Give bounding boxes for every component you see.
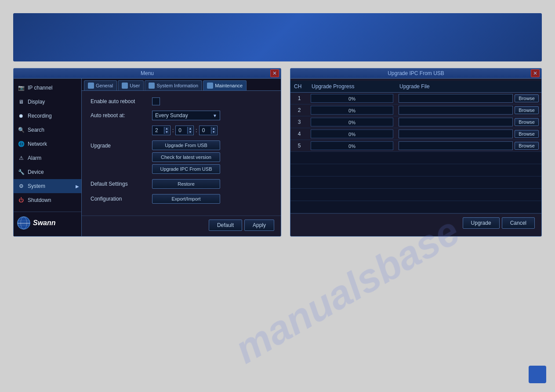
hour-up-button[interactable]: ▲	[164, 127, 169, 130]
file-input-container: Browse	[399, 118, 539, 126]
file-input-field[interactable]	[399, 106, 513, 115]
export-import-button[interactable]: Export/Import	[152, 194, 220, 204]
sidebar: 📷 IP channel 🖥 Display ⏺ Recording 🔍 Sea…	[14, 79, 82, 236]
second-value: 0	[202, 127, 205, 133]
alarm-icon: ⚠	[17, 154, 25, 162]
file-input-field[interactable]	[399, 129, 513, 138]
browse-button[interactable]: Browse	[515, 142, 539, 150]
ch-cell: 2	[290, 104, 308, 116]
second-spinbox[interactable]: 0 ▲ ▼	[199, 126, 218, 135]
check-latest-button[interactable]: Check for latest version	[152, 152, 220, 162]
search-icon: 🔍	[17, 126, 25, 134]
default-settings-row: Default Settings Restore	[91, 179, 272, 189]
file-input-container: Browse	[399, 94, 539, 103]
tab-system-information[interactable]: System Information	[145, 80, 202, 90]
table-row: 20%Browse	[290, 104, 541, 116]
empty-cell	[308, 152, 396, 164]
file-input-container: Browse	[399, 141, 539, 150]
restore-button[interactable]: Restore	[152, 179, 220, 189]
browse-button[interactable]: Browse	[515, 118, 539, 126]
file-input-field[interactable]	[399, 94, 513, 103]
sidebar-item-label: Display	[28, 99, 45, 105]
auto-reboot-at-row: Auto reboot at: Every Sunday ▼	[91, 111, 272, 120]
minute-spinbox[interactable]: 0 ▲ ▼	[175, 126, 194, 135]
hour-spinbox[interactable]: 2 ▲ ▼	[152, 126, 170, 135]
sidebar-item-display[interactable]: 🖥 Display	[14, 95, 81, 109]
upgrade-ipc-from-usb-button[interactable]: Upgrade IPC From USB	[152, 164, 220, 174]
upgrade-panel: Upgrade IPC From USB ✕ CH Upgrade Progre…	[290, 68, 542, 237]
general-tab-icon	[88, 83, 94, 89]
sidebar-item-recording[interactable]: ⏺ Recording	[14, 109, 81, 123]
menu-title-bar: Menu ✕	[14, 68, 281, 79]
file-cell: Browse	[396, 128, 541, 140]
empty-cell	[290, 164, 308, 176]
menu-close-button[interactable]: ✕	[270, 69, 279, 77]
progress-cell: 0%	[308, 104, 396, 116]
progress-bar-container: 0%	[311, 129, 393, 138]
sidebar-item-system[interactable]: ⚙ System ▶	[14, 179, 81, 193]
browse-button[interactable]: Browse	[515, 94, 539, 102]
minute-up-button[interactable]: ▲	[187, 127, 192, 130]
device-icon: 🔧	[17, 168, 25, 176]
ch-header: CH	[290, 81, 308, 93]
sidebar-item-label: Alarm	[28, 155, 41, 161]
empty-cell	[396, 152, 541, 164]
second-down-button[interactable]: ▼	[211, 130, 216, 134]
sidebar-item-shutdown[interactable]: ⏻ Shutdown	[14, 193, 81, 207]
sidebar-item-ip-channel[interactable]: 📷 IP channel	[14, 81, 81, 95]
default-settings-label: Default Settings	[91, 181, 148, 187]
dropdown-value: Every Sunday	[155, 112, 188, 119]
tab-maintenance[interactable]: Maintenance	[203, 80, 247, 90]
minute-value: 0	[178, 127, 181, 133]
swann-globe-icon	[17, 216, 30, 230]
upgrade-title: Upgrade IPC From USB	[388, 70, 444, 76]
upgrade-buttons-group: Upgrade From USB Check for latest versio…	[152, 140, 220, 174]
file-input-field[interactable]	[399, 118, 513, 126]
table-row: 40%Browse	[290, 128, 541, 140]
apply-button[interactable]: Apply	[244, 219, 274, 231]
tab-user[interactable]: User	[118, 80, 144, 90]
progress-cell: 0%	[308, 116, 396, 128]
hour-down-button[interactable]: ▼	[164, 130, 169, 134]
svg-point-0	[18, 217, 30, 229]
auto-reboot-checkbox[interactable]	[152, 97, 160, 105]
upgrade-label: Upgrade	[91, 143, 148, 149]
browse-button[interactable]: Browse	[515, 106, 539, 114]
sidebar-item-label: Network	[28, 141, 47, 147]
upgrade-from-usb-button[interactable]: Upgrade From USB	[152, 140, 220, 150]
file-input-container: Browse	[399, 129, 539, 138]
progress-bar-container: 0%	[311, 118, 393, 126]
auto-reboot-label: Enable auto reboot	[91, 98, 148, 104]
tab-general[interactable]: General	[84, 80, 117, 90]
sidebar-item-search[interactable]: 🔍 Search	[14, 123, 81, 137]
sidebar-item-alarm[interactable]: ⚠ Alarm	[14, 151, 81, 165]
upgrade-button[interactable]: Upgrade	[463, 217, 500, 229]
time-field-group: 2 ▲ ▼ : 0 ▲ ▼	[152, 126, 218, 135]
file-input-field[interactable]	[399, 141, 513, 150]
progress-text: 0%	[348, 144, 355, 149]
auto-reboot-dropdown[interactable]: Every Sunday ▼	[152, 111, 220, 120]
upgrade-close-button[interactable]: ✕	[531, 69, 540, 77]
menu-title: Menu	[141, 70, 154, 76]
power-icon: ⏻	[17, 196, 25, 204]
default-button[interactable]: Default	[209, 219, 242, 231]
file-header: Upgrade File	[396, 81, 541, 93]
user-tab-icon	[122, 83, 128, 89]
settings-area: Enable auto reboot Auto reboot at: Every…	[82, 91, 281, 216]
minute-down-button[interactable]: ▼	[187, 130, 192, 134]
sidebar-item-label: System	[28, 183, 45, 189]
sidebar-item-network[interactable]: 🌐 Network	[14, 137, 81, 151]
sidebar-item-device[interactable]: 🔧 Device	[14, 165, 81, 179]
chevron-down-icon: ▼	[213, 113, 217, 118]
upgrade-bottom-buttons: Upgrade Cancel	[290, 213, 541, 232]
empty-cell	[396, 164, 541, 176]
progress-bar-container: 0%	[311, 94, 393, 103]
ip-channel-icon: 📷	[17, 84, 25, 92]
browse-button[interactable]: Browse	[515, 130, 539, 138]
second-up-button[interactable]: ▲	[211, 127, 216, 130]
file-input-container: Browse	[399, 106, 539, 115]
table-row-empty	[290, 152, 541, 164]
configuration-label: Configuration	[91, 196, 148, 202]
cancel-button[interactable]: Cancel	[502, 217, 535, 229]
corner-decoration[interactable]	[529, 366, 546, 383]
